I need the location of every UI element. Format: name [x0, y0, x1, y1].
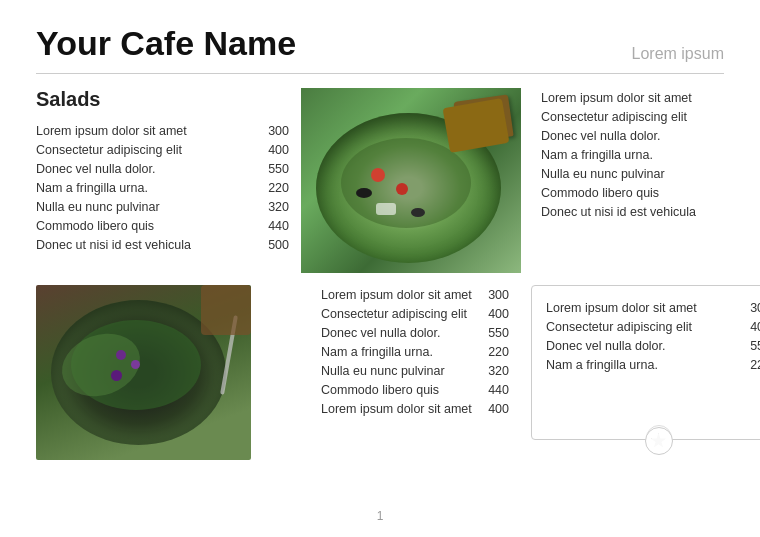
- list-item: Nulla eu nunc pulvinar320: [321, 361, 509, 380]
- item-name: Lorem ipsum dolor sit amet: [321, 402, 472, 416]
- item-name: Donec ut nisi id est vehicula: [36, 238, 191, 252]
- list-item: Lorem ipsum dolor sit amet300: [36, 121, 289, 140]
- item-price: 500: [268, 238, 289, 252]
- list-item: Consectetur adipiscing elit400: [541, 107, 760, 126]
- item-price: 300: [488, 288, 509, 302]
- list-item: Lorem ipsum dolor sit amet300: [541, 88, 760, 107]
- item-name: Nam a fringilla urna.: [546, 358, 658, 372]
- top-right-section: Lorem ipsum dolor sit amet300Consectetur…: [521, 88, 760, 273]
- list-item: Nulla eu nunc pulvinar320: [36, 197, 289, 216]
- item-price: 400: [488, 402, 509, 416]
- header: Your Cafe Name Lorem ipsum: [36, 24, 724, 74]
- item-name: Consectetur adipiscing elit: [546, 320, 692, 334]
- item-price: 400: [750, 320, 760, 334]
- list-item: Nulla eu nunc pulvinar320: [541, 164, 760, 183]
- item-name: Commodo libero quis: [36, 219, 154, 233]
- cafe-name: Your Cafe Name: [36, 24, 296, 63]
- list-item: Nam a fringilla urna.220: [321, 342, 509, 361]
- list-item: Consectetur adipiscing elit400: [36, 140, 289, 159]
- content-grid: Salads Lorem ipsum dolor sit amet300Cons…: [36, 88, 724, 460]
- item-price: 320: [488, 364, 509, 378]
- item-name: Lorem ipsum dolor sit amet: [36, 124, 187, 138]
- item-name: Lorem ipsum dolor sit amet: [541, 91, 692, 105]
- page: Your Cafe Name Lorem ipsum Salads Lorem …: [0, 0, 760, 537]
- bottom-right-section: Lorem ipsum dolor sit amet300Consectetur…: [521, 273, 760, 460]
- item-name: Lorem ipsum dolor sit amet: [321, 288, 472, 302]
- list-item: Donec vel nulla dolor.550: [36, 159, 289, 178]
- item-name: Nam a fringilla urna.: [321, 345, 433, 359]
- list-item: Nam a fringilla urna.220: [36, 178, 289, 197]
- list-item: Donec vel nulla dolor.550: [546, 336, 760, 355]
- item-price: 440: [488, 383, 509, 397]
- item-name: Donec vel nulla dolor.: [541, 129, 661, 143]
- menu-list-top-left: Lorem ipsum dolor sit amet300Consectetur…: [36, 121, 289, 254]
- item-name: Nulla eu nunc pulvinar: [36, 200, 160, 214]
- item-price: 400: [268, 143, 289, 157]
- bottom-center-section: Lorem ipsum dolor sit amet300Consectetur…: [301, 273, 521, 460]
- item-price: 220: [488, 345, 509, 359]
- list-item: Lorem ipsum dolor sit amet300: [321, 285, 509, 304]
- food-image-1: [301, 88, 521, 273]
- list-item: Lorem ipsum dolor sit amet300: [546, 298, 760, 317]
- page-number: 1: [377, 509, 384, 523]
- list-item: Nam a fringilla urna.220: [546, 355, 760, 374]
- item-name: Donec vel nulla dolor.: [546, 339, 666, 353]
- item-price: 550: [268, 162, 289, 176]
- item-name: Nam a fringilla urna.: [541, 148, 653, 162]
- item-name: Commodo libero quis: [541, 186, 659, 200]
- item-price: 300: [268, 124, 289, 138]
- list-item: Donec vel nulla dolor.550: [541, 126, 760, 145]
- list-item: Consectetur adipiscing elit400: [321, 304, 509, 323]
- food-image-2: [36, 273, 301, 460]
- list-item: Commodo libero quis440: [541, 183, 760, 202]
- list-item: Nam a fringilla urna.220: [541, 145, 760, 164]
- list-item: Consectetur adipiscing elit400: [546, 317, 760, 336]
- item-name: Donec ut nisi id est vehicula: [541, 205, 696, 219]
- list-item: Lorem ipsum dolor sit amet400: [321, 399, 509, 418]
- item-name: Lorem ipsum dolor sit amet: [546, 301, 697, 315]
- item-price: 550: [750, 339, 760, 353]
- list-item: Donec ut nisi id est vehicula500: [36, 235, 289, 254]
- item-name: Commodo libero quis: [321, 383, 439, 397]
- item-price: 300: [750, 301, 760, 315]
- item-name: Consectetur adipiscing elit: [321, 307, 467, 321]
- bottom-right-box: Lorem ipsum dolor sit amet300Consectetur…: [531, 285, 760, 440]
- item-name: Donec vel nulla dolor.: [36, 162, 156, 176]
- item-name: Consectetur adipiscing elit: [541, 110, 687, 124]
- item-name: Nam a fringilla urna.: [36, 181, 148, 195]
- tagline: Lorem ipsum: [632, 45, 724, 63]
- list-item: Donec ut nisi id est vehicula500: [541, 202, 760, 221]
- menu-list-bottom-right: Lorem ipsum dolor sit amet300Consectetur…: [546, 298, 760, 374]
- list-item: Commodo libero quis440: [321, 380, 509, 399]
- item-price: 220: [750, 358, 760, 372]
- list-item: Commodo libero quis440: [36, 216, 289, 235]
- item-price: 550: [488, 326, 509, 340]
- item-price: 400: [488, 307, 509, 321]
- list-item: Donec vel nulla dolor.550: [321, 323, 509, 342]
- menu-list-bottom-center: Lorem ipsum dolor sit amet300Consectetur…: [321, 285, 509, 418]
- item-price: 220: [268, 181, 289, 195]
- item-name: Nulla eu nunc pulvinar: [541, 167, 665, 181]
- item-name: Nulla eu nunc pulvinar: [321, 364, 445, 378]
- item-name: Donec vel nulla dolor.: [321, 326, 441, 340]
- item-price: 440: [268, 219, 289, 233]
- top-left-section: Salads Lorem ipsum dolor sit amet300Cons…: [36, 88, 301, 273]
- section-title-salads: Salads: [36, 88, 289, 111]
- menu-list-top-right: Lorem ipsum dolor sit amet300Consectetur…: [541, 88, 760, 221]
- item-price: 320: [268, 200, 289, 214]
- item-name: Consectetur adipiscing elit: [36, 143, 182, 157]
